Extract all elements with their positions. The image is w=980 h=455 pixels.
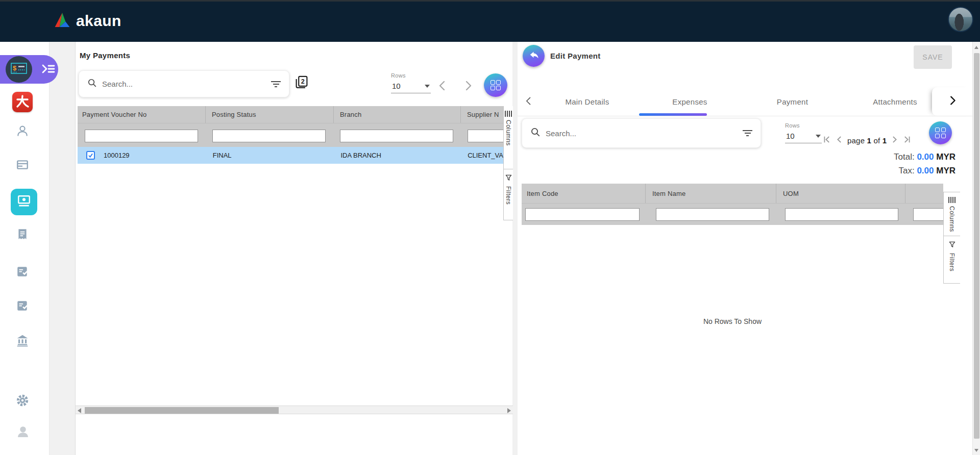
scrollbar-thumb[interactable] xyxy=(85,407,279,414)
pagination: page 1 of 1 xyxy=(823,135,911,146)
previous-page-button[interactable] xyxy=(436,80,449,94)
tab-expenses[interactable]: Expenses xyxy=(639,87,741,116)
sidebar-item-profile[interactable] xyxy=(16,424,30,439)
cell-branch: IDA BRANCH xyxy=(333,151,460,159)
tax-line: Tax: 0.00 MYR xyxy=(803,164,955,178)
search-icon xyxy=(530,127,541,139)
search-input[interactable] xyxy=(546,129,738,138)
sidebar-module-pill[interactable]: $ xyxy=(0,55,58,84)
sidebar-item-approval-2[interactable] xyxy=(16,299,30,313)
column-header[interactable]: UOM xyxy=(776,184,905,203)
column-header[interactable]: Item Name xyxy=(646,184,776,203)
scrollbar-thumb[interactable] xyxy=(974,53,979,439)
columns-tab-label: Columns xyxy=(948,206,955,232)
total-label: Total: xyxy=(894,152,915,162)
columns-tool-tab[interactable]: Columns xyxy=(504,106,513,169)
rows-per-page-select[interactable]: Rows 10 xyxy=(785,122,822,143)
sidebar-item-payments-active[interactable] xyxy=(11,189,37,215)
filters-tool-tab[interactable]: Filters xyxy=(944,236,960,284)
tax-label: Tax: xyxy=(898,166,914,175)
column-header[interactable]: Branch xyxy=(334,106,461,123)
filter-input-branch[interactable] xyxy=(340,130,453,142)
vertical-scrollbar[interactable] xyxy=(972,42,980,455)
rows-label: Rows xyxy=(391,72,431,79)
row-checkbox[interactable] xyxy=(86,151,95,160)
rows-label: Rows xyxy=(785,122,822,129)
active-module-circle[interactable]: $ xyxy=(6,56,32,83)
expenses-search-bar xyxy=(522,118,761,148)
sidebar-item-card[interactable] xyxy=(16,158,30,172)
card-icon xyxy=(16,164,29,173)
scroll-left-arrow[interactable] xyxy=(78,408,81,413)
grid-view-button[interactable] xyxy=(484,73,507,97)
column-header[interactable]: Supplier N xyxy=(461,106,503,123)
previous-page-button[interactable] xyxy=(835,135,844,146)
topbar: akaun xyxy=(0,0,980,42)
scroll-up-arrow[interactable] xyxy=(974,46,978,49)
menu-open-icon[interactable] xyxy=(42,63,55,75)
page-title: My Payments xyxy=(80,51,130,60)
total-line: Total: 0.00 MYR xyxy=(803,150,955,164)
sidebar-item-receipts[interactable] xyxy=(16,228,30,242)
cell-payment-voucher-no: 1000129 xyxy=(104,151,206,159)
sidebar: $ xyxy=(0,42,50,455)
sidebar-item-da-app[interactable] xyxy=(12,92,33,112)
column-header[interactable]: Posting Status xyxy=(206,106,334,123)
tabs-scroll-left-icon[interactable] xyxy=(524,96,534,108)
columns-tool-tab[interactable]: Columns xyxy=(944,192,960,236)
filters-tool-tab[interactable]: Filters xyxy=(504,169,513,220)
scroll-right-arrow[interactable] xyxy=(507,408,511,413)
grid-view-button[interactable] xyxy=(929,121,952,144)
filter-input-uom[interactable] xyxy=(785,208,898,221)
current-page: 1 xyxy=(867,136,872,145)
first-page-button[interactable] xyxy=(823,135,831,146)
filter-input-posting-status[interactable] xyxy=(212,130,326,142)
doc-check-icon xyxy=(16,305,29,314)
next-page-button[interactable] xyxy=(462,80,474,94)
user-avatar[interactable] xyxy=(948,7,973,32)
panel-title: Edit Payment xyxy=(550,52,601,60)
tabs-scroll-right-button[interactable] xyxy=(932,87,972,116)
column-header[interactable] xyxy=(905,184,943,203)
cell-posting-status: FINAL xyxy=(206,151,333,159)
filter-input-item-code[interactable] xyxy=(525,208,640,221)
last-page-button[interactable] xyxy=(902,135,911,146)
sidebar-item-settings[interactable] xyxy=(16,394,30,408)
tab-payment[interactable]: Payment xyxy=(741,87,844,116)
filter-input-voucher[interactable] xyxy=(85,130,198,142)
sidebar-item-bank[interactable] xyxy=(16,334,30,348)
tabs-divider xyxy=(518,116,972,116)
horizontal-scrollbar[interactable] xyxy=(76,406,513,414)
back-button[interactable] xyxy=(523,45,545,67)
table-row[interactable]: 1000129 FINAL IDA BRANCH CLIENT_VA xyxy=(78,147,503,164)
filter-input-extra[interactable] xyxy=(913,208,943,221)
funnel-icon xyxy=(948,241,956,250)
filter-icon[interactable] xyxy=(271,81,281,87)
my-payments-panel: My Payments 2 Rows 10 xyxy=(75,42,512,455)
tab-main-details[interactable]: Main Details xyxy=(536,87,639,116)
back-arrow-icon xyxy=(528,49,540,63)
receipt-icon xyxy=(16,234,29,242)
search-input[interactable] xyxy=(102,80,266,88)
filter-icon[interactable] xyxy=(743,130,752,136)
filter-input-item-name[interactable] xyxy=(656,208,769,221)
empty-table-message: No Rows To Show xyxy=(522,317,943,325)
sidebar-item-contacts[interactable] xyxy=(16,124,30,139)
rows-value: 10 xyxy=(786,132,795,140)
column-header[interactable]: Payment Voucher No xyxy=(78,106,206,123)
scroll-down-arrow[interactable] xyxy=(974,449,978,452)
rows-per-page-select[interactable]: Rows 10 xyxy=(391,72,431,93)
save-button[interactable]: SAVE xyxy=(914,45,952,69)
column-header[interactable]: Item Code xyxy=(522,184,646,203)
layers-icon[interactable]: 2 xyxy=(294,74,309,93)
filter-input-supplier[interactable] xyxy=(468,130,503,142)
next-page-button[interactable] xyxy=(890,135,899,146)
table-side-toolbar: Columns Filters xyxy=(503,106,513,220)
sidebar-item-approval-1[interactable] xyxy=(16,265,30,279)
currency: MYR xyxy=(936,166,955,175)
tab-attachments[interactable]: Attachments xyxy=(844,87,946,116)
search-icon xyxy=(87,78,97,90)
window-top-edge xyxy=(0,0,980,2)
brand-name: akaun xyxy=(76,12,121,30)
akaun-triangle-logo-icon xyxy=(53,12,71,31)
